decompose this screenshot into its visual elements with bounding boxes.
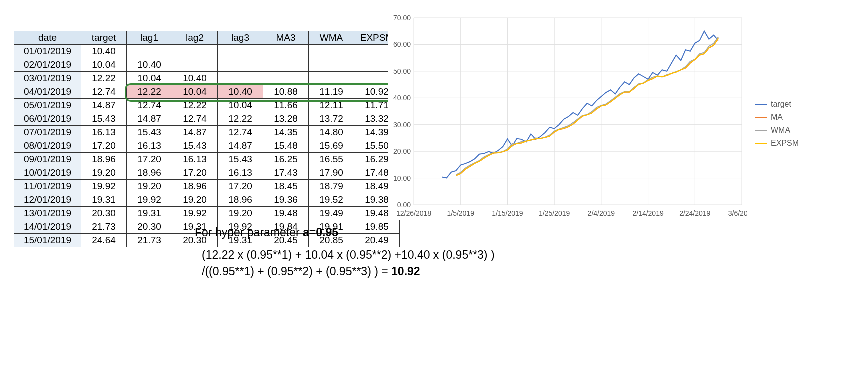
cell-value: 16.13 bbox=[127, 140, 172, 153]
y-tick-label: 70.00 bbox=[394, 15, 411, 22]
legend-swatch-icon bbox=[755, 143, 767, 144]
legend-item-wma: WMA bbox=[755, 126, 799, 135]
x-tick-label: 2/14/2019 bbox=[632, 210, 664, 218]
legend-label: WMA bbox=[771, 126, 790, 135]
formula-line-2: /((0.95**1) + (0.95**2) + (0.95**3) ) = … bbox=[202, 265, 420, 278]
cell-value: 19.31 bbox=[127, 207, 172, 220]
legend-swatch-icon bbox=[755, 130, 767, 131]
cell-value: 11.19 bbox=[309, 86, 354, 99]
cell-value: 12.74 bbox=[172, 112, 218, 126]
legend-label: MA bbox=[771, 113, 783, 122]
table-row: 10/01/201919.2018.9617.2016.1317.4317.90… bbox=[14, 166, 400, 180]
cell-value: 14.87 bbox=[127, 112, 172, 126]
cell-date: 02/01/2019 bbox=[14, 58, 82, 72]
cell-value: 16.25 bbox=[264, 153, 309, 166]
cell-value: 15.43 bbox=[218, 153, 264, 166]
cell-value: 17.20 bbox=[82, 140, 127, 153]
cell-date: 11/01/2019 bbox=[14, 180, 82, 194]
table-row: 07/01/201916.1315.4314.8712.7414.3514.80… bbox=[14, 126, 400, 140]
legend-item-expsm: EXPSM bbox=[755, 139, 799, 148]
cell-value: 10.04 bbox=[82, 58, 127, 72]
cell-value: 19.31 bbox=[82, 194, 127, 207]
cell-value bbox=[218, 72, 264, 86]
chart-legend: targetMAWMAEXPSM bbox=[755, 100, 799, 152]
data-table: datetargetlag1lag2lag3MA3WMAEXPSM01/01/2… bbox=[14, 31, 400, 248]
cell-value: 19.20 bbox=[127, 180, 172, 194]
cell-value bbox=[218, 58, 264, 72]
series-line-target bbox=[442, 32, 718, 178]
cell-value: 10.04 bbox=[218, 99, 264, 112]
cell-value: 16.13 bbox=[218, 166, 264, 180]
cell-value: 11.66 bbox=[264, 99, 309, 112]
cell-value: 19.52 bbox=[309, 194, 354, 207]
cell-value: 17.90 bbox=[309, 166, 354, 180]
cell-value: 19.85 bbox=[354, 220, 400, 234]
y-tick-label: 60.00 bbox=[394, 40, 411, 48]
cell-date: 12/01/2019 bbox=[14, 194, 82, 207]
cell-value bbox=[264, 45, 309, 58]
table-row: 05/01/201914.8712.7412.2210.0411.6612.11… bbox=[14, 99, 400, 112]
cell-value: 15.43 bbox=[172, 140, 218, 153]
cell-value: 10.40 bbox=[172, 72, 218, 86]
cell-value: 19.20 bbox=[82, 166, 127, 180]
cell-value bbox=[264, 72, 309, 86]
cell-value: 24.64 bbox=[82, 234, 127, 248]
x-tick-label: 12/26/2018 bbox=[396, 210, 432, 218]
cell-value: 18.45 bbox=[264, 180, 309, 194]
cell-value: 15.43 bbox=[127, 126, 172, 140]
cell-value: 10.40 bbox=[82, 45, 127, 58]
cell-value: 13.28 bbox=[264, 112, 309, 126]
cell-date: 09/01/2019 bbox=[14, 153, 82, 166]
x-tick-label: 3/6/2019 bbox=[728, 210, 747, 218]
table-row: 04/01/201912.7412.2210.0410.4010.8811.19… bbox=[14, 86, 400, 99]
formula-line-2-text: /((0.95**1) + (0.95**2) + (0.95**3) ) = bbox=[202, 265, 392, 278]
cell-value: 18.96 bbox=[127, 166, 172, 180]
y-tick-label: 50.00 bbox=[394, 68, 411, 76]
cell-value: 19.36 bbox=[264, 194, 309, 207]
formula-line-1: (12.22 x (0.95**1) + 10.04 x (0.95**2) +… bbox=[202, 248, 495, 262]
cell-date: 08/01/2019 bbox=[14, 140, 82, 153]
data-table-wrap: datetargetlag1lag2lag3MA3WMAEXPSM01/01/2… bbox=[14, 31, 400, 248]
cell-value: 17.20 bbox=[218, 180, 264, 194]
cell-value: 14.35 bbox=[264, 126, 309, 140]
series-line-ma bbox=[456, 39, 718, 176]
x-tick-label: 1/5/2019 bbox=[447, 210, 474, 218]
cell-value bbox=[172, 58, 218, 72]
cell-value: 17.20 bbox=[127, 153, 172, 166]
table-row: 02/01/201910.0410.40 bbox=[14, 58, 400, 72]
cell-date: 01/01/2019 bbox=[14, 45, 82, 58]
cell-value: 18.96 bbox=[172, 180, 218, 194]
table-row: 01/01/201910.40 bbox=[14, 45, 400, 58]
cell-value: 10.04 bbox=[172, 86, 218, 99]
hyperparam-caption-text: For hyper parameter bbox=[195, 226, 303, 239]
hyperparam-value: a=0.95 bbox=[303, 226, 338, 239]
cell-value: 12.74 bbox=[127, 99, 172, 112]
cell-value: 14.87 bbox=[172, 126, 218, 140]
cell-date: 14/01/2019 bbox=[14, 220, 82, 234]
line-chart-svg: 0.0010.0020.0030.0040.0050.0060.0070.001… bbox=[388, 15, 747, 220]
table-header-lag3: lag3 bbox=[218, 32, 264, 45]
cell-date: 15/01/2019 bbox=[14, 234, 82, 248]
table-row: 12/01/201919.3119.9219.2018.9619.3619.52… bbox=[14, 194, 400, 207]
table-header-target: target bbox=[82, 32, 127, 45]
table-header-wma: WMA bbox=[309, 32, 354, 45]
cell-value: 10.40 bbox=[127, 58, 172, 72]
cell-value: 20.49 bbox=[354, 234, 400, 248]
x-tick-label: 1/15/2019 bbox=[492, 210, 523, 218]
cell-date: 03/01/2019 bbox=[14, 72, 82, 86]
cell-value: 19.92 bbox=[82, 180, 127, 194]
line-chart: 0.0010.0020.0030.0040.0050.0060.0070.001… bbox=[388, 15, 747, 220]
legend-item-target: target bbox=[755, 100, 799, 109]
cell-date: 06/01/2019 bbox=[14, 112, 82, 126]
cell-value bbox=[264, 58, 309, 72]
table-row: 13/01/201920.3019.3119.9219.2019.4819.49… bbox=[14, 207, 400, 220]
cell-value: 12.22 bbox=[127, 86, 172, 99]
cell-value: 12.22 bbox=[172, 99, 218, 112]
cell-value: 14.87 bbox=[218, 140, 264, 153]
formula-result: 10.92 bbox=[392, 265, 420, 278]
cell-value: 15.43 bbox=[82, 112, 127, 126]
cell-value: 20.30 bbox=[127, 220, 172, 234]
x-tick-label: 2/4/2019 bbox=[588, 210, 616, 218]
table-row: 03/01/201912.2210.0410.40 bbox=[14, 72, 400, 86]
cell-value: 16.55 bbox=[309, 153, 354, 166]
